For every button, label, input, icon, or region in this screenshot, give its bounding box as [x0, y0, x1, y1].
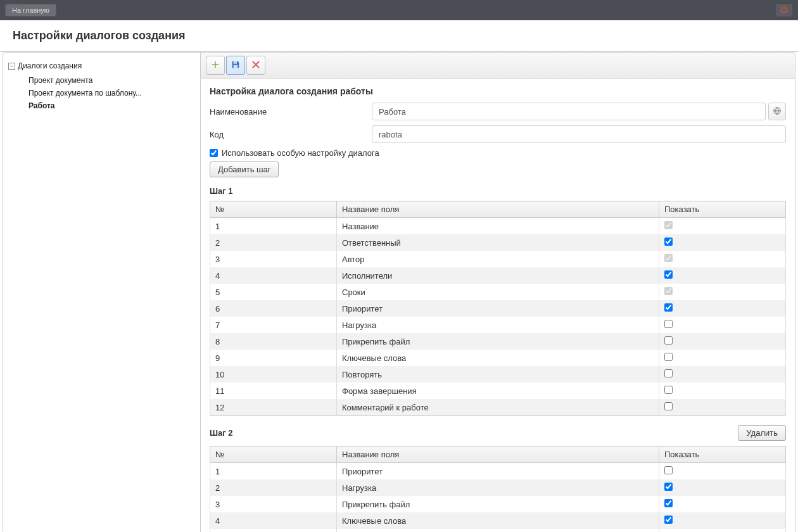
tree-item[interactable]: Проект документа по шаблону...	[28, 87, 195, 99]
row-number: 4	[210, 267, 337, 284]
power-button[interactable]	[775, 3, 793, 17]
row-field-name: Комментарий к работе	[337, 399, 659, 416]
tree-root-label: Диалоги создания	[18, 61, 82, 70]
table-row: 4Исполнители	[210, 267, 786, 284]
show-checkbox[interactable]	[664, 499, 673, 507]
topbar: На главную	[0, 0, 798, 20]
row-number: 7	[210, 317, 337, 333]
row-field-name: Ключевые слова	[337, 350, 659, 366]
column-header: Название поля	[337, 446, 659, 463]
name-row: Наименование	[210, 103, 786, 120]
row-field-name: Прикрепить файл	[337, 333, 659, 350]
name-label: Наименование	[210, 107, 372, 117]
row-field-name: Приоритет	[337, 300, 659, 317]
column-header: №	[210, 201, 337, 218]
show-checkbox[interactable]	[664, 238, 673, 246]
save-icon	[231, 60, 241, 72]
section-title: Настройка диалога создания работы	[210, 86, 786, 96]
row-number: 2	[210, 479, 337, 496]
delete-button[interactable]	[246, 56, 265, 75]
locale-button[interactable]	[768, 103, 786, 120]
show-checkbox[interactable]	[664, 516, 673, 524]
delete-step-button[interactable]: Удалить	[738, 425, 786, 441]
main: − Диалоги создания Проект документаПроек…	[3, 52, 795, 532]
step-block: Шаг 1№Название поляПоказать1Название2Отв…	[210, 186, 786, 416]
table-row: 3Автор	[210, 251, 786, 267]
home-button[interactable]: На главную	[5, 4, 56, 16]
table-row: 4Ключевые слова	[210, 512, 786, 529]
column-header: Показать	[659, 446, 786, 463]
custom-settings-row: Использовать особую настройку диалога	[210, 148, 786, 158]
row-field-name: Повторять	[337, 529, 659, 532]
row-field-name: Повторять	[337, 366, 659, 383]
show-checkbox[interactable]	[664, 254, 673, 262]
close-icon	[251, 60, 261, 72]
show-checkbox[interactable]	[664, 221, 673, 229]
show-checkbox[interactable]	[664, 320, 673, 328]
column-header: №	[210, 446, 337, 463]
table-row: 7Нагрузка	[210, 317, 786, 333]
tree-item[interactable]: Работа	[28, 99, 195, 112]
table-row: 2Ответственный	[210, 234, 786, 251]
row-field-name: Прикрепить файл	[337, 496, 659, 512]
globe-icon	[773, 106, 782, 117]
sidebar: − Диалоги создания Проект документаПроек…	[3, 53, 201, 532]
custom-settings-checkbox[interactable]	[210, 149, 218, 157]
table-row: 11Форма завершения	[210, 383, 786, 399]
row-field-name: Название	[337, 218, 659, 235]
table-row: 1Приоритет	[210, 463, 786, 480]
power-icon	[780, 5, 788, 16]
step-table: №Название поляПоказать1Название2Ответств…	[210, 201, 786, 416]
row-number: 3	[210, 496, 337, 512]
row-number: 4	[210, 512, 337, 529]
table-row: 2Нагрузка	[210, 479, 786, 496]
show-checkbox[interactable]	[664, 386, 673, 394]
row-number: 11	[210, 383, 337, 399]
row-field-name: Приоритет	[337, 463, 659, 480]
row-field-name: Нагрузка	[337, 479, 659, 496]
table-row: 8Прикрепить файл	[210, 333, 786, 350]
row-field-name: Форма завершения	[337, 383, 659, 399]
table-row: 10Повторять	[210, 366, 786, 383]
row-number: 3	[210, 251, 337, 267]
row-field-name: Ключевые слова	[337, 512, 659, 529]
collapse-icon[interactable]: −	[8, 63, 15, 70]
row-number: 12	[210, 399, 337, 416]
table-row: 5Сроки	[210, 284, 786, 300]
show-checkbox[interactable]	[664, 270, 673, 279]
row-number: 1	[210, 463, 337, 480]
show-checkbox[interactable]	[664, 336, 673, 345]
column-header: Название поля	[337, 201, 659, 218]
svg-rect-1	[234, 65, 238, 68]
column-header: Показать	[659, 201, 786, 218]
code-row: Код	[210, 125, 786, 143]
show-checkbox[interactable]	[664, 353, 673, 361]
show-checkbox[interactable]	[664, 303, 673, 312]
row-field-name: Ответственный	[337, 234, 659, 251]
tree-children: Проект документаПроект документа по шабл…	[28, 74, 195, 112]
row-field-name: Автор	[337, 251, 659, 267]
row-number: 10	[210, 366, 337, 383]
show-checkbox[interactable]	[664, 466, 673, 474]
tree-item[interactable]: Проект документа	[28, 74, 195, 87]
form-area: Настройка диалога создания работы Наимен…	[201, 79, 795, 532]
svg-rect-0	[234, 61, 237, 63]
show-checkbox[interactable]	[664, 402, 673, 410]
save-button[interactable]	[226, 56, 245, 75]
table-row: 1Название	[210, 218, 786, 235]
tree-root[interactable]: − Диалоги создания	[8, 60, 195, 72]
table-row: 12Комментарий к работе	[210, 399, 786, 416]
name-input[interactable]	[372, 103, 766, 120]
row-number: 9	[210, 350, 337, 366]
row-field-name: Исполнители	[337, 267, 659, 284]
plus-icon	[210, 60, 220, 72]
show-checkbox[interactable]	[664, 369, 673, 377]
show-checkbox[interactable]	[664, 483, 673, 491]
code-input[interactable]	[372, 125, 786, 143]
table-row: 9Ключевые слова	[210, 350, 786, 366]
step-title: Шаг 2	[210, 428, 233, 438]
show-checkbox[interactable]	[664, 287, 673, 295]
step-title: Шаг 1	[210, 186, 233, 196]
add-step-button[interactable]: Добавить шаг	[210, 162, 279, 177]
add-button[interactable]	[206, 56, 225, 75]
